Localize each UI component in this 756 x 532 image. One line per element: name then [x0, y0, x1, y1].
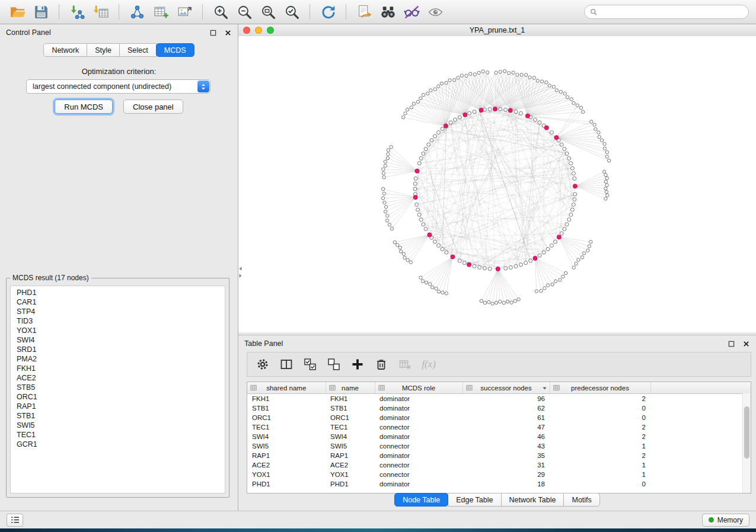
network-dominator-node[interactable] — [467, 262, 471, 267]
tab-style[interactable]: Style — [87, 43, 120, 57]
network-edge[interactable] — [429, 233, 552, 245]
mcds-result-item[interactable]: TEC1 — [11, 430, 225, 440]
network-node[interactable] — [495, 71, 497, 74]
network-node[interactable] — [457, 76, 460, 79]
network-edge[interactable] — [535, 258, 560, 280]
network-node[interactable] — [469, 72, 472, 75]
network-node[interactable] — [546, 284, 549, 287]
select-all-icon[interactable] — [302, 356, 318, 373]
network-node[interactable] — [567, 156, 571, 160]
network-dominator-node[interactable] — [493, 107, 497, 111]
network-node[interactable] — [597, 131, 600, 134]
network-node[interactable] — [406, 258, 409, 261]
network-node[interactable] — [445, 81, 448, 84]
mcds-result-item[interactable]: STP4 — [11, 307, 225, 316]
network-edge[interactable] — [451, 112, 474, 256]
table-cell[interactable]: PHD1 — [326, 479, 375, 489]
network-edge[interactable] — [383, 189, 416, 197]
network-node[interactable] — [563, 148, 566, 151]
network-node[interactable] — [388, 223, 391, 226]
network-edge[interactable] — [446, 257, 453, 293]
mcds-result-item[interactable]: PMA2 — [11, 354, 225, 364]
network-node[interactable] — [570, 98, 573, 101]
network-node[interactable] — [575, 262, 578, 265]
float-panel-icon[interactable] — [209, 29, 217, 37]
network-node[interactable] — [598, 135, 601, 138]
network-node[interactable] — [536, 79, 539, 82]
network-node[interactable] — [441, 127, 444, 131]
columns-icon[interactable] — [278, 356, 295, 373]
memory-button[interactable]: Memory — [702, 514, 749, 527]
table-cell[interactable]: ACE2 — [326, 460, 375, 470]
network-node[interactable] — [426, 92, 429, 95]
network-node[interactable] — [524, 73, 527, 76]
network-node[interactable] — [473, 110, 476, 114]
close-table-panel-icon[interactable] — [742, 340, 750, 348]
tab-node-table[interactable]: Node Table — [394, 493, 448, 507]
network-node[interactable] — [564, 271, 567, 274]
column-header-predecessor-nodes[interactable]: predecessor nodes — [550, 382, 650, 394]
network-node[interactable] — [572, 266, 575, 269]
network-dominator-node[interactable] — [525, 114, 529, 118]
network-node[interactable] — [548, 84, 551, 87]
import-table-file-icon[interactable] — [91, 2, 111, 22]
network-node[interactable] — [594, 127, 597, 130]
network-node[interactable] — [424, 227, 428, 231]
network-node[interactable] — [430, 139, 433, 142]
network-node[interactable] — [565, 152, 569, 155]
table-row[interactable]: SWI4SWI4dominator462 — [247, 432, 751, 441]
table-cell[interactable]: 47 — [462, 422, 550, 432]
column-header-shared-name[interactable]: shared name — [247, 382, 326, 394]
network-node[interactable] — [519, 263, 522, 267]
network-node[interactable] — [402, 116, 405, 118]
network-node[interactable] — [502, 302, 505, 305]
network-node[interactable] — [605, 155, 608, 158]
table-cell[interactable]: dominator — [375, 403, 462, 413]
network-node[interactable] — [507, 71, 510, 74]
table-cell[interactable]: SWI5 — [326, 441, 375, 451]
network-edge[interactable] — [439, 194, 575, 246]
network-node[interactable] — [553, 240, 557, 243]
refresh-icon[interactable] — [318, 2, 338, 22]
network-node[interactable] — [417, 162, 421, 165]
mcds-result-item[interactable]: STB5 — [11, 383, 225, 392]
network-node[interactable] — [415, 203, 419, 206]
network-node[interactable] — [579, 106, 582, 109]
mcds-result-item[interactable]: YOX1 — [11, 326, 225, 335]
network-dominator-node[interactable] — [444, 124, 448, 128]
network-node[interactable] — [495, 301, 497, 304]
mcds-result-item[interactable]: FKH1 — [11, 364, 225, 373]
float-table-panel-icon[interactable] — [728, 340, 735, 348]
network-node[interactable] — [416, 100, 419, 103]
network-node[interactable] — [600, 139, 603, 142]
network-node[interactable] — [387, 149, 390, 152]
network-node[interactable] — [435, 287, 438, 290]
import-network-file-icon[interactable] — [67, 2, 87, 22]
network-edge[interactable] — [439, 129, 548, 133]
network-node[interactable] — [437, 243, 441, 247]
network-edge[interactable] — [495, 71, 505, 109]
network-node[interactable] — [504, 267, 508, 270]
gear-icon[interactable] — [254, 356, 271, 373]
network-edge[interactable] — [419, 145, 562, 164]
network-node[interactable] — [383, 201, 386, 204]
network-node[interactable] — [393, 241, 396, 243]
network-node[interactable] — [465, 74, 468, 77]
network-node[interactable] — [445, 251, 448, 254]
network-edge[interactable] — [559, 237, 579, 259]
network-node[interactable] — [570, 208, 574, 211]
network-node[interactable] — [573, 177, 576, 180]
mcds-result-item[interactable]: ACE2 — [11, 373, 225, 383]
network-edge[interactable] — [490, 158, 569, 268]
network-node[interactable] — [488, 267, 492, 271]
criterion-select[interactable]: largest connected component (undirected) — [26, 79, 210, 94]
table-row[interactable]: PHD1PHD1dominator180 — [247, 479, 751, 489]
network-node[interactable] — [433, 88, 436, 91]
close-window-button[interactable] — [243, 27, 250, 34]
show-panels-menu-button[interactable] — [7, 514, 23, 527]
network-edge[interactable] — [485, 269, 498, 303]
open-session-icon[interactable] — [7, 2, 27, 22]
network-node[interactable] — [399, 250, 402, 253]
network-node[interactable] — [445, 291, 448, 294]
network-edge[interactable] — [417, 174, 575, 179]
